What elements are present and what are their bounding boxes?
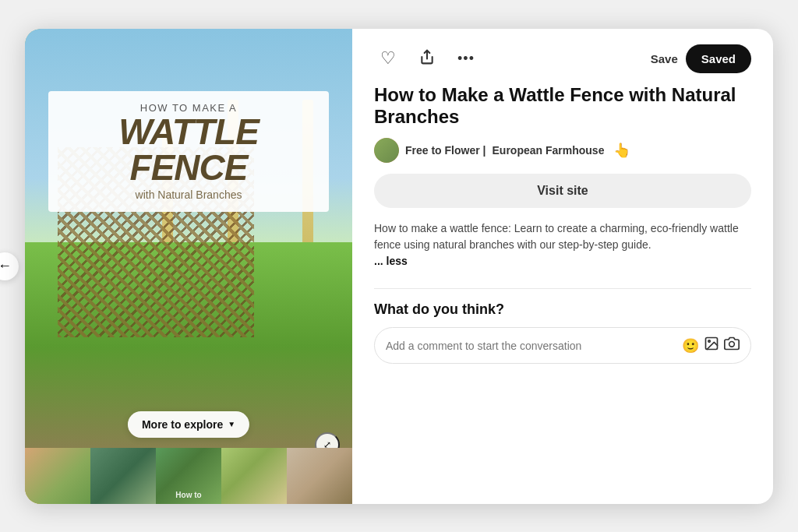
pin-detail-panel: ♡ ••• (352, 29, 773, 504)
more-to-explore-label: More to explore (142, 418, 223, 431)
author-row[interactable]: Free to Flower | European Farmhouse 👆 (374, 138, 751, 163)
chevron-down-icon: ▼ (228, 420, 235, 428)
avatar-image (374, 138, 399, 163)
pin-image-panel: HOW TO MAKE A WATTLE FENCE with Natural … (25, 29, 352, 504)
save-label: Save (651, 52, 678, 65)
more-to-explore-button[interactable]: More to explore ▼ (128, 411, 249, 438)
modal-wrapper: ← HOW TO MAKE A (25, 29, 773, 504)
image-icon (704, 339, 719, 354)
visit-site-button[interactable]: Visit site (374, 174, 751, 208)
thumbnail-item[interactable] (287, 448, 352, 504)
pin-text-banner: HOW TO MAKE A WATTLE FENCE with Natural … (48, 91, 329, 212)
less-link[interactable]: ... less (374, 255, 408, 267)
emoji-icon: 🙂 (682, 338, 699, 354)
pin-description: How to make a wattle fence: Learn to cre… (374, 220, 751, 270)
author-name: Free to Flower | (405, 144, 486, 157)
more-options-button[interactable]: ••• (452, 44, 480, 72)
svg-point-3 (729, 342, 735, 347)
back-button[interactable]: ← (0, 252, 19, 280)
thumb-image-2 (90, 448, 156, 504)
heart-button[interactable]: ♡ (374, 44, 402, 72)
image-button[interactable] (704, 336, 719, 355)
banner-title-line1: WATTLE (118, 111, 259, 152)
pin-title: How to Make a Wattle Fence with Natural … (374, 84, 751, 129)
camera-button[interactable] (724, 336, 740, 355)
thumbnail-item[interactable]: How to (156, 448, 221, 504)
banner-desc: with Natural Branches (62, 188, 315, 201)
pin-modal: HOW TO MAKE A WATTLE FENCE with Natural … (25, 29, 773, 504)
banner-title-line2: FENCE (130, 147, 248, 188)
saved-button[interactable]: Saved (686, 44, 751, 73)
back-arrow-icon: ← (0, 258, 12, 274)
emoji-button[interactable]: 🙂 (682, 337, 699, 354)
comment-input-row: 🙂 (374, 327, 751, 364)
author-category: European Farmhouse (493, 144, 605, 157)
banner-title: WATTLE FENCE (62, 114, 315, 185)
more-options-icon: ••• (457, 51, 475, 67)
cursor-icon: 👆 (613, 142, 630, 159)
thumbnail-item[interactable] (25, 448, 90, 504)
camera-icon (724, 339, 740, 354)
author-avatar (374, 138, 399, 163)
thumb-text: How to (156, 448, 221, 504)
save-area: Save Saved (651, 44, 751, 73)
action-icons-group: ♡ ••• (374, 44, 480, 72)
thumb-image-3: How to (156, 448, 221, 504)
divider (374, 288, 751, 289)
thumbnail-item[interactable] (221, 448, 287, 504)
svg-point-2 (708, 340, 711, 343)
heart-icon: ♡ (380, 48, 396, 69)
thumb-image-5 (287, 448, 352, 504)
thumbnail-strip: How to (25, 448, 352, 504)
comment-input[interactable] (386, 340, 676, 352)
share-icon (419, 49, 435, 69)
comment-icons: 🙂 (682, 336, 740, 355)
what-do-you-think-label: What do you think? (374, 301, 751, 318)
action-bar: ♡ ••• (374, 44, 751, 73)
thumbnail-item[interactable] (90, 448, 156, 504)
share-button[interactable] (413, 44, 441, 72)
description-text: How to make a wattle fence: Learn to cre… (374, 222, 739, 251)
thumb-image-4 (221, 448, 287, 504)
thumb-image-1 (25, 448, 90, 504)
